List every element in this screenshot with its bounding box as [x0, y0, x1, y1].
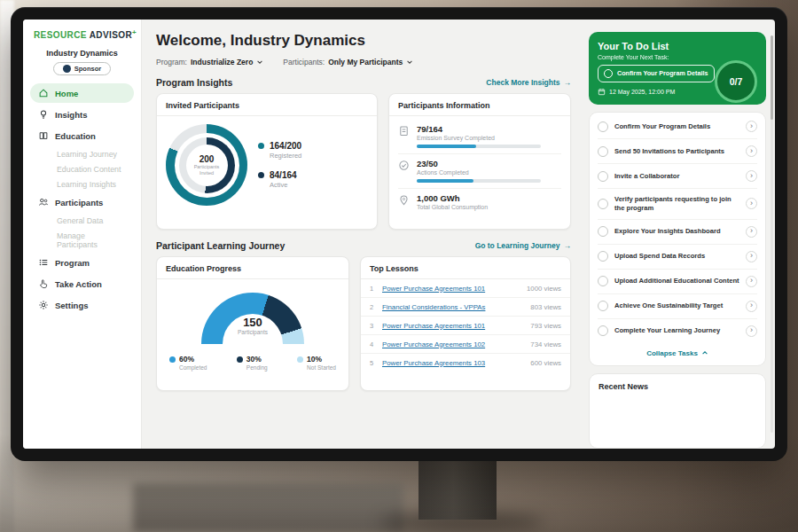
sidebar-item-education[interactable]: Education [30, 126, 134, 145]
donut-center-label: Participants Invited [192, 164, 222, 176]
lesson-link[interactable]: Power Purchase Agreements 103 [382, 359, 525, 367]
collapse-tasks-link[interactable]: Collapse Tasks [598, 343, 757, 364]
main-content: Welcome, Industry Dynamics Program: Indu… [142, 20, 585, 449]
checkbox-icon[interactable] [598, 251, 608, 262]
gauge-center-label: Participants [201, 329, 304, 335]
brand-primary: RESOURCE [34, 30, 87, 40]
chevron-right-icon[interactable]: › [746, 226, 757, 238]
education-progress-gauge: 150 Participants [201, 293, 304, 344]
learning-journey-header: Participant Learning Journey Go to Learn… [156, 240, 571, 251]
brand-plus: + [132, 28, 137, 36]
lesson-link[interactable]: Financial Considerations - VPPAs [382, 303, 525, 311]
next-task-label: Confirm Your Program Details [617, 70, 708, 78]
recent-news-title: Recent News [598, 382, 648, 391]
chevron-up-icon [701, 349, 708, 356]
card-title: Participants Information [389, 94, 570, 116]
location-pin-icon [398, 194, 410, 210]
chevron-down-icon [256, 59, 263, 66]
todo-progress-count: 0/7 [730, 76, 743, 87]
task-row[interactable]: Verify participants requesting to join t… [598, 189, 757, 220]
link-label: Go to Learning Journey [475, 241, 560, 250]
sidebar-item-education-content[interactable]: Education Content [30, 161, 134, 176]
checkbox-icon[interactable] [598, 146, 608, 157]
sidebar-item-manage-participants[interactable]: Manage Participants [30, 228, 134, 252]
task-row[interactable]: Upload Additional Educational Content › [598, 270, 757, 294]
task-row[interactable]: Achieve One Sustainability Target › [598, 294, 757, 319]
checkbox-icon[interactable] [598, 121, 608, 132]
lesson-views: 793 views [530, 322, 561, 330]
chevron-right-icon[interactable]: › [746, 145, 757, 157]
sidebar-item-home[interactable]: Home [30, 83, 134, 103]
info-value: 1,000 GWh [417, 193, 561, 203]
chevron-right-icon[interactable]: › [746, 170, 757, 182]
checkbox-icon[interactable] [598, 301, 608, 311]
checkbox-icon[interactable] [598, 171, 608, 182]
chevron-right-icon[interactable]: › [746, 251, 757, 262]
arrow-right-icon: → [564, 241, 572, 250]
chevron-right-icon[interactable]: › [746, 121, 757, 132]
checkbox-icon[interactable] [598, 325, 608, 336]
task-label: Send 50 Invitations to Participants [614, 147, 739, 156]
checkbox-icon[interactable] [598, 199, 608, 209]
task-row[interactable]: Send 50 Invitations to Participants › [598, 139, 757, 164]
checkbox-icon[interactable] [598, 276, 608, 286]
todo-subtitle: Complete Your Next Task: [598, 54, 757, 60]
checkbox-icon[interactable] [598, 226, 608, 237]
info-label: Emission Survey Completed [417, 135, 561, 141]
legend-dot [297, 356, 303, 363]
chevron-right-icon[interactable]: › [746, 301, 757, 312]
sidebar: RESOURCE ADVISOR+ Industry Dynamics Spon… [23, 20, 142, 449]
next-task-button[interactable]: Confirm Your Program Details [598, 65, 715, 82]
card-title: Education Progress [157, 257, 348, 279]
legend-dot [258, 172, 264, 178]
monitor-bezel: RESOURCE ADVISOR+ Industry Dynamics Spon… [11, 7, 787, 461]
survey-icon [398, 125, 410, 148]
card-title: Top Lessons [361, 257, 570, 279]
lesson-link[interactable]: Power Purchase Agreements 102 [382, 340, 525, 348]
sidebar-nav: Home Insights Education Learning Journey… [23, 81, 141, 449]
participants-information-card: Participants Information 79/164 Emission… [388, 93, 571, 230]
sidebar-item-take-action[interactable]: Take Action [30, 274, 134, 293]
sponsor-badge-label: Sponsor [74, 65, 101, 73]
legend-label: Not Started [307, 364, 336, 371]
sponsor-badge[interactable]: Sponsor [53, 62, 111, 75]
hand-icon [38, 278, 49, 289]
todo-summary-card: Your To Do List Complete Your Next Task:… [589, 32, 766, 105]
task-row[interactable]: Explore Your Insights Dashboard › [598, 220, 757, 245]
app-logo: RESOURCE ADVISOR+ [23, 28, 141, 40]
chevron-right-icon[interactable]: › [746, 276, 757, 287]
task-label: Verify participants requesting to join t… [614, 195, 739, 213]
lesson-rank: 3 [370, 322, 377, 330]
lesson-link[interactable]: Power Purchase Agreements 101 [382, 285, 521, 293]
chevron-right-icon[interactable]: › [746, 198, 757, 209]
lightbulb-icon [38, 109, 49, 120]
sidebar-item-participants[interactable]: Participants [30, 192, 134, 212]
lesson-link[interactable]: Power Purchase Agreements 101 [382, 322, 525, 330]
scrollbar-thumb[interactable] [771, 35, 773, 120]
program-dropdown[interactable]: Program: Industrialize Zero [156, 58, 263, 66]
task-row[interactable]: Invite a Collaborator › [598, 164, 757, 189]
donut-center-value: 200 [200, 154, 215, 164]
sidebar-item-insights[interactable]: Insights [30, 105, 134, 124]
sponsor-icon [63, 65, 71, 73]
participants-dropdown[interactable]: Participants: Only My Participants [283, 58, 413, 66]
info-row-consumption: 1,000 GWh Total Global Consumption [398, 189, 561, 215]
task-row[interactable]: Upload Spend Data Records › [598, 245, 757, 270]
chevron-right-icon[interactable]: › [746, 325, 757, 337]
check-more-insights-link[interactable]: Check More Insights → [486, 78, 571, 87]
legend-dot [237, 356, 243, 363]
sidebar-item-learning-insights[interactable]: Learning Insights [30, 176, 134, 192]
sidebar-item-program[interactable]: Program [30, 253, 134, 272]
top-lessons-list: 1 Power Purchase Agreements 101 1000 vie… [361, 279, 570, 372]
sidebar-item-general-data[interactable]: General Data [30, 213, 134, 228]
task-row[interactable]: Complete Your Learning Journey › [598, 319, 757, 343]
sidebar-item-learning-journey[interactable]: Learning Journey [30, 146, 134, 161]
participants-dropdown-value: Only My Participants [328, 58, 403, 66]
link-label: Check More Insights [486, 78, 559, 87]
task-row[interactable]: Confirm Your Program Details › [598, 114, 757, 139]
sidebar-item-settings[interactable]: Settings [30, 295, 134, 315]
go-to-learning-journey-link[interactable]: Go to Learning Journey → [475, 241, 571, 250]
top-lessons-card: Top Lessons 1 Power Purchase Agreements … [360, 256, 571, 391]
todo-progress-ring: 0/7 [715, 60, 757, 103]
radio-icon [604, 69, 613, 78]
